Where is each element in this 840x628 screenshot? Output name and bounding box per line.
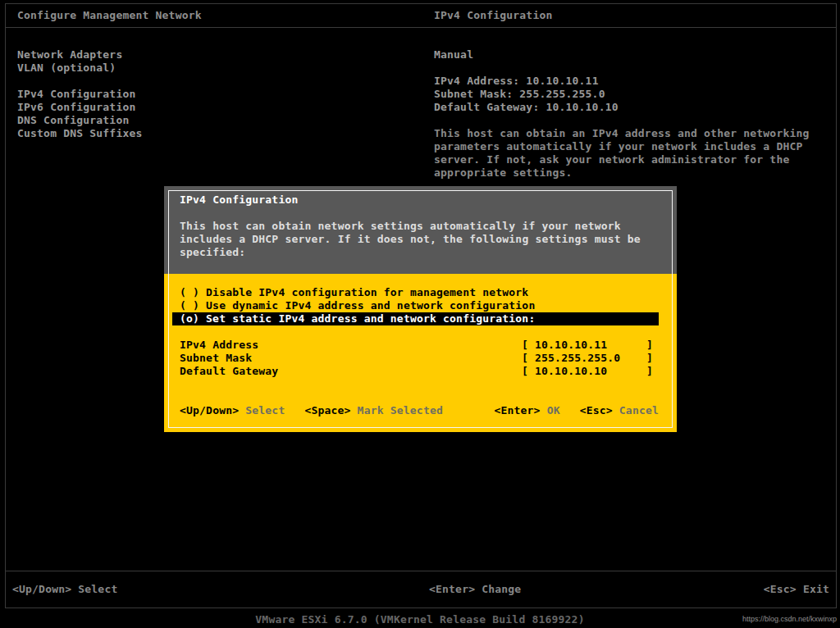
dialog-subnet-mask-label: Subnet Mask	[180, 352, 252, 365]
default-gateway-value: 10.10.10.10	[546, 101, 618, 113]
ipv4-detail-panel: Manual IPv4 Address:10.10.10.11 Subnet M…	[434, 48, 810, 180]
dialog-description: This host can obtain network settings au…	[180, 220, 641, 259]
subnet-mask-label: Subnet Mask:	[434, 88, 513, 100]
subnet-mask-row: Subnet Mask:255.255.255.0	[434, 88, 810, 101]
enter-key: <Enter>	[494, 404, 540, 416]
subnet-mask-value: 255.255.255.0	[519, 88, 605, 100]
hint-enter-ok: <Enter>OK	[494, 404, 559, 417]
panel-description-line: server. If not, ask your network adminis…	[434, 153, 810, 166]
hint-updown-select: <Up/Down>Select	[180, 404, 285, 417]
dialog-subnet-mask-row: Subnet Mask [255.255.255.0]	[164, 352, 677, 365]
ipv4-address-value: 10.10.10.11	[526, 75, 598, 87]
screen-header: Configure Management Network IPv4 Config…	[6, 4, 836, 28]
menu-item-ipv4-configuration[interactable]: IPv4 Configuration	[17, 88, 143, 101]
static-ip-fields: IPv4 Address [10.10.10.11] Subnet Mask […	[164, 339, 677, 378]
ipv4-address-label: IPv4 Address:	[434, 75, 519, 87]
radio-unselected-icon: ( )	[180, 286, 199, 298]
dialog-hints-right: <Enter>OK <Esc>Cancel	[494, 404, 659, 417]
enter-key: <Enter>	[429, 583, 475, 595]
menu-item-network-adapters[interactable]: Network Adapters	[17, 48, 143, 61]
dialog-default-gateway-input[interactable]: [10.10.10.10]	[522, 365, 653, 378]
dialog-ipv4-address-label: IPv4 Address	[180, 339, 258, 352]
dialog-key-hints: <Up/Down>Select <Space>Mark Selected <En…	[180, 404, 659, 417]
hint-space-mark: <Space>Mark Selected	[304, 404, 443, 417]
panel-description-line: parameters automatically if your network…	[434, 140, 810, 153]
watermark-url: https://blog.csdn.net/kxwinxp	[742, 615, 837, 623]
dialog-hints-left: <Up/Down>Select <Space>Mark Selected	[180, 404, 443, 417]
esxi-version-banner: VMware ESXi 6.7.0 (VMKernel Release Buil…	[0, 612, 840, 628]
dialog-ipv4-address-input[interactable]: [10.10.10.11]	[522, 339, 653, 352]
space-key: <Space>	[304, 404, 350, 416]
dialog-default-gateway-label: Default Gateway	[180, 365, 278, 378]
ipv4-mode-options: ( )Disable IPv4 configuration for manage…	[164, 286, 677, 325]
dialog-default-gateway-row: Default Gateway [10.10.10.10]	[164, 365, 677, 378]
ipv4-mode-value: Manual	[434, 48, 810, 61]
option-static-ipv4[interactable]: (o)Set static IPv4 address and network c…	[172, 312, 659, 325]
network-menu: Network Adapters VLAN (optional) IPv4 Co…	[17, 48, 143, 140]
dialog-ipv4-address-row: IPv4 Address [10.10.10.11]	[164, 339, 677, 352]
section-title: IPv4 Configuration	[434, 9, 552, 21]
hint-updown-select: <Up/Down> Select	[12, 583, 117, 595]
esxi-dcui-screen: { "header": { "left_title": "Configure M…	[0, 0, 840, 628]
esc-key: <Esc>	[764, 583, 797, 595]
esc-key: <Esc>	[580, 404, 613, 416]
ipv4-address-row: IPv4 Address:10.10.10.11	[434, 75, 810, 88]
menu-item-vlan[interactable]: VLAN (optional)	[17, 61, 143, 75]
option-disable-ipv4[interactable]: ( )Disable IPv4 configuration for manage…	[164, 286, 677, 299]
updown-key: <Up/Down>	[12, 583, 71, 595]
radio-unselected-icon: ( )	[180, 299, 199, 312]
menu-spacer	[17, 75, 143, 88]
dialog-title: IPv4 Configuration	[180, 193, 298, 206]
hint-esc-exit: <Esc> Exit	[764, 583, 829, 595]
panel-description-line: appropriate settings.	[434, 166, 810, 180]
hint-enter-change: <Enter> Change	[429, 583, 521, 595]
ipv4-configuration-dialog: IPv4 Configuration This host can obtain …	[164, 186, 677, 432]
menu-item-ipv6-configuration[interactable]: IPv6 Configuration	[17, 101, 143, 114]
dialog-subnet-mask-input[interactable]: [255.255.255.0]	[522, 352, 653, 365]
screen-key-hints-bar: <Up/Down> Select <Enter> Change <Esc> Ex…	[6, 571, 836, 608]
default-gateway-row: Default Gateway:10.10.10.10	[434, 101, 810, 114]
menu-item-custom-dns-suffixes[interactable]: Custom DNS Suffixes	[17, 127, 143, 140]
radio-selected-icon: (o)	[180, 312, 199, 325]
updown-key: <Up/Down>	[180, 404, 239, 416]
menu-item-dns-configuration[interactable]: DNS Configuration	[17, 114, 143, 127]
panel-description-line: This host can obtain an IPv4 address and…	[434, 127, 810, 140]
hint-esc-cancel: <Esc>Cancel	[580, 404, 659, 417]
page-title: Configure Management Network	[17, 9, 202, 21]
default-gateway-label: Default Gateway:	[434, 101, 539, 113]
option-dynamic-ipv4[interactable]: ( )Use dynamic IPv4 address and network …	[164, 299, 677, 312]
